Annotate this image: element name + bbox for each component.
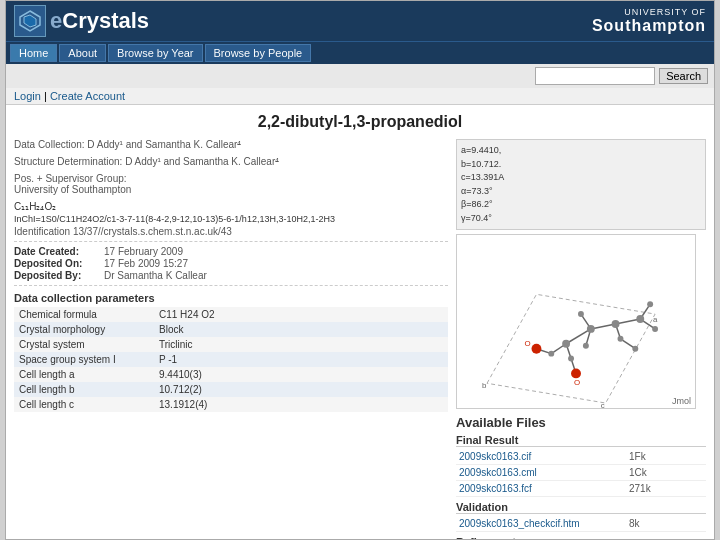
divider-2 <box>14 285 448 286</box>
params-row: Cell length c13.1912(4) <box>14 397 448 412</box>
logo-e: e <box>50 8 62 33</box>
file-size: 271k <box>626 481 706 497</box>
file-link-cell: 2009skc0163_checkcif.htm <box>456 516 626 532</box>
params-title: Data collection parameters <box>14 292 448 304</box>
svg-point-20 <box>636 315 644 323</box>
files-category-section: Validation2009skc0163_checkcif.htm8k <box>456 501 706 532</box>
file-row: 2009skc0163.cif1Fk <box>456 449 706 465</box>
svg-point-19 <box>612 320 620 328</box>
logo-icon <box>14 5 46 37</box>
params-value: 9.4410(3) <box>154 367 448 382</box>
structure-det-text: Structure Determination: D Addy¹ and Sam… <box>14 156 448 167</box>
deposited-on-value: 17 Feb 2009 15:27 <box>104 258 188 269</box>
file-link-cell: 2009skc0163.cml <box>456 465 626 481</box>
deposited-by-value: Dr Samantha K Callear <box>104 270 207 281</box>
params-row: Cell length a9.4410(3) <box>14 367 448 382</box>
svg-point-18 <box>587 325 595 333</box>
jmol-label: Jmol <box>672 396 691 406</box>
left-column: Data Collection: D Addy¹ and Samantha K.… <box>14 139 448 540</box>
nav-home[interactable]: Home <box>10 44 57 62</box>
logo-area: eCrystals <box>14 5 149 37</box>
files-category-title: Refinement <box>456 536 706 540</box>
deposited-on-label: Deposited On: <box>14 258 104 269</box>
navbar: Home About Browse by Year Browse by Peop… <box>6 41 714 64</box>
login-link[interactable]: Login <box>14 90 41 102</box>
main-content: Data Collection: D Addy¹ and Samantha K.… <box>6 135 714 540</box>
params-label: Chemical formula <box>14 307 154 322</box>
params-label: Cell length c <box>14 397 154 412</box>
files-category-section: Refinement2009skc0163.res9k <box>456 536 706 540</box>
crystal-spacegroup: a=9.4410, <box>461 144 701 158</box>
data-collection-text: Data Collection: D Addy¹ and Samantha K.… <box>14 139 448 150</box>
files-category-title: Final Result <box>456 434 706 447</box>
svg-text:O: O <box>574 378 580 387</box>
params-label: Crystal system <box>14 337 154 352</box>
formula-text: C₁₁H₂₄O₂ <box>14 201 448 212</box>
file-size: 8k <box>626 516 706 532</box>
file-link[interactable]: 2009skc0163.cml <box>459 467 537 478</box>
identification-section: Identification 13/37//crystals.s.chem.st… <box>14 226 448 237</box>
svg-text:a: a <box>653 315 658 324</box>
date-created-row: Date Created: 17 February 2009 <box>14 246 448 257</box>
deposited-by-row: Deposited By: Dr Samantha K Callear <box>14 270 448 281</box>
svg-text:c: c <box>601 401 605 408</box>
deposited-on-row: Deposited On: 17 Feb 2009 15:27 <box>14 258 448 269</box>
params-table: Chemical formulaC11 H24 O2Crystal morpho… <box>14 307 448 412</box>
university-name: Southampton <box>592 17 706 34</box>
svg-point-26 <box>583 343 589 349</box>
params-row: Chemical formulaC11 H24 O2 <box>14 307 448 322</box>
available-files: Available Files Final Result2009skc0163.… <box>456 415 706 540</box>
params-value: Triclinic <box>154 337 448 352</box>
crystal-c: c=13.391A <box>461 171 701 185</box>
file-row: 2009skc0163.fcf271k <box>456 481 706 497</box>
nav-browse-year[interactable]: Browse by Year <box>108 44 202 62</box>
params-value: Block <box>154 322 448 337</box>
svg-marker-1 <box>24 15 36 27</box>
nav-browse-people[interactable]: Browse by People <box>205 44 312 62</box>
page-title: 2,2-dibutyl-1,3-propanediol <box>6 105 714 135</box>
available-files-title: Available Files <box>456 415 706 430</box>
file-link[interactable]: 2009skc0163_checkcif.htm <box>459 518 580 529</box>
params-value: 10.712(2) <box>154 382 448 397</box>
params-label: Space group system I <box>14 352 154 367</box>
university-logo: UNIVERSITY OF Southampton <box>592 7 706 35</box>
svg-point-29 <box>532 344 542 354</box>
svg-point-30 <box>571 368 581 378</box>
svg-point-25 <box>578 311 584 317</box>
svg-point-24 <box>632 346 638 352</box>
params-row: Crystal systemTriclinic <box>14 337 448 352</box>
file-link-cell: 2009skc0163.cif <box>456 449 626 465</box>
svg-text:b: b <box>482 381 487 390</box>
identification-number-text: Identification 13/37//crystals.s.chem.st… <box>14 226 448 237</box>
search-button[interactable]: Search <box>659 68 708 84</box>
params-row: Cell length b10.712(2) <box>14 382 448 397</box>
svg-point-21 <box>647 301 653 307</box>
create-account-link[interactable]: Create Account <box>50 90 125 102</box>
params-row: Space group system IP -1 <box>14 352 448 367</box>
right-column: a=9.4410, b=10.712. c=13.391A α=73.3° β=… <box>456 139 706 540</box>
logo-text: eCrystals <box>50 8 149 34</box>
files-table: 2009skc0163.cif1Fk2009skc0163.cml1Ck2009… <box>456 449 706 497</box>
file-row: 2009skc0163.cml1Ck <box>456 465 706 481</box>
data-collection-section: Data Collection: D Addy¹ and Samantha K.… <box>14 139 448 150</box>
structure-det-section: Structure Determination: D Addy¹ and Sam… <box>14 156 448 167</box>
login-separator: | <box>41 90 50 102</box>
params-label: Cell length a <box>14 367 154 382</box>
inchi-text: InChI=1S0/C11H24O2/c1-3-7-11(8-4-2,9-12,… <box>14 214 448 224</box>
files-categories: Final Result2009skc0163.cif1Fk2009skc016… <box>456 434 706 540</box>
files-category-section: Final Result2009skc0163.cif1Fk2009skc016… <box>456 434 706 497</box>
file-size: 1Fk <box>626 449 706 465</box>
crystal-params-box: a=9.4410, b=10.712. c=13.391A α=73.3° β=… <box>456 139 706 230</box>
crystal-gamma: γ=70.4° <box>461 212 701 226</box>
nav-about[interactable]: About <box>59 44 106 62</box>
search-input[interactable] <box>535 67 655 85</box>
searchbar: Search <box>6 64 714 88</box>
date-created-label: Date Created: <box>14 246 104 257</box>
molecule-svg: O O b a c <box>457 235 695 408</box>
params-label: Cell length b <box>14 382 154 397</box>
params-section: Data collection parameters Chemical form… <box>14 292 448 412</box>
deposited-by-label: Deposited By: <box>14 270 104 281</box>
file-link[interactable]: 2009skc0163.fcf <box>459 483 532 494</box>
params-row: Crystal morphologyBlock <box>14 322 448 337</box>
file-link[interactable]: 2009skc0163.cif <box>459 451 531 462</box>
